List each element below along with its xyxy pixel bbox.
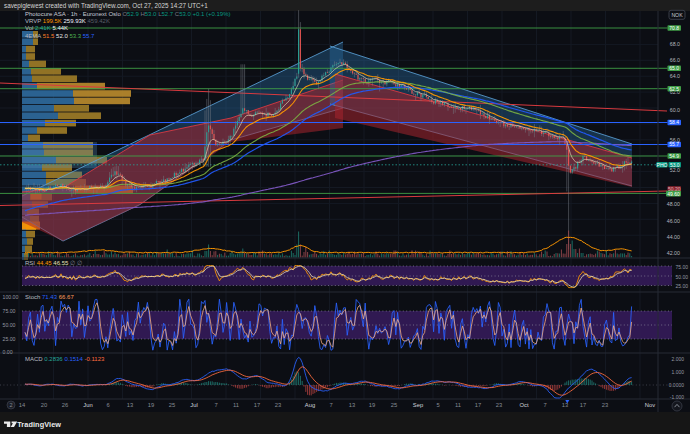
svg-text:75.00: 75.00 [675,264,688,270]
svg-text:20: 20 [41,402,47,408]
svg-text:Jun: Jun [83,402,92,408]
svg-text:Oct: Oct [519,402,528,408]
svg-text:Vol 2.41K 5.44K: Vol 2.41K 5.44K [25,25,68,31]
svg-text:11: 11 [233,402,239,408]
svg-text:23: 23 [602,402,608,408]
svg-text:Photocure ASA · 1h · Euronext: Photocure ASA · 1h · Euronext Oslo O52.9… [25,11,231,17]
svg-text:25: 25 [391,402,397,408]
svg-text:0.0000: 0.0000 [669,382,685,388]
svg-text:17: 17 [254,402,260,408]
svg-text:0.00: 0.00 [3,349,13,355]
svg-text:4EMA 51.5 52.0 53.3 55.7: 4EMA 51.5 52.0 53.3 55.7 [25,33,95,39]
svg-text:RSI 44.45 46.55 ∅ ∅: RSI 44.45 46.55 ∅ ∅ [25,260,82,266]
svg-text:7: 7 [214,402,217,408]
svg-text:49.60: 49.60 [667,191,680,197]
svg-text:50.00: 50.00 [3,322,16,328]
svg-text:TradingView: TradingView [17,420,61,429]
svg-text:13: 13 [349,402,355,408]
svg-text:25.00: 25.00 [675,283,688,289]
svg-text:Sep: Sep [413,402,423,408]
svg-text:19: 19 [369,402,375,408]
svg-text:75.00: 75.00 [3,308,16,314]
svg-text:25.00: 25.00 [3,336,16,342]
svg-text:13: 13 [127,402,133,408]
svg-text:17: 17 [475,402,481,408]
svg-text:100.00: 100.00 [3,294,19,300]
svg-text:MACD 0.2836 0.1514 -0.1123: MACD 0.2836 0.1514 -0.1123 [25,356,105,362]
svg-text:66.0: 66.0 [670,57,680,63]
svg-text:savepiglewest created with Tra: savepiglewest created with TradingView.c… [4,2,208,10]
svg-text:50.00: 50.00 [675,274,688,280]
svg-text:NOK: NOK [671,12,683,18]
svg-text:68.0: 68.0 [670,41,680,47]
svg-text:7: 7 [543,402,546,408]
svg-text:44.00: 44.00 [667,234,680,240]
svg-text:64.0: 64.0 [670,73,680,79]
svg-text:VRVP 199.5K 259.93K 459.42K: VRVP 199.5K 259.93K 459.42K [25,18,110,24]
svg-text:52.0: 52.0 [670,167,680,173]
svg-text:23: 23 [496,402,502,408]
svg-text:17: 17 [580,402,586,408]
svg-text:25: 25 [169,402,175,408]
svg-text:23: 23 [275,402,281,408]
svg-text:26: 26 [62,402,68,408]
svg-text:55.7: 55.7 [669,141,679,147]
svg-text:53.0: 53.0 [670,162,680,168]
svg-text:14: 14 [19,402,26,408]
svg-text:48.00: 48.00 [667,201,680,207]
svg-text:1.000: 1.000 [671,369,684,375]
svg-text:65.0: 65.0 [669,65,679,71]
svg-text:Aug: Aug [305,402,315,408]
svg-text:6: 6 [106,402,109,408]
svg-text:Jul: Jul [190,402,197,408]
svg-text:-1.000: -1.000 [670,394,684,400]
svg-text:7: 7 [329,402,332,408]
svg-text:70.8: 70.8 [669,25,679,31]
svg-text:58.4: 58.4 [669,119,679,125]
svg-text:2: 2 [9,402,12,408]
svg-text:62.5: 62.5 [669,86,679,92]
svg-text:Nov: Nov [645,402,655,408]
svg-text:PHO: PHO [657,162,668,168]
svg-text:60.0: 60.0 [670,107,680,113]
svg-text:11: 11 [455,402,461,408]
svg-text:19: 19 [148,402,154,408]
svg-text:5: 5 [436,402,439,408]
svg-text:2.000: 2.000 [671,356,684,362]
svg-text:Stoch 71.43 66.67: Stoch 71.43 66.67 [25,294,74,300]
svg-text:54.9: 54.9 [669,153,679,159]
svg-text:42.00: 42.00 [667,250,680,256]
svg-text:46.00: 46.00 [667,218,680,224]
